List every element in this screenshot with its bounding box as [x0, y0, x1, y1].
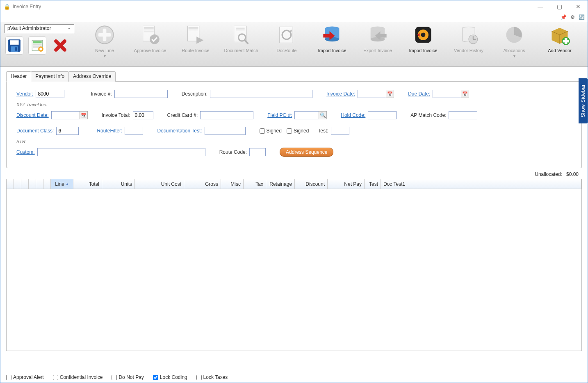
grid-col-test[interactable]: Test — [365, 179, 381, 189]
template-button[interactable] — [28, 36, 46, 55]
route-invoice-button[interactable]: Route Invoice — [175, 24, 216, 58]
lock-taxes-checkbox[interactable]: Lock Taxes — [196, 374, 228, 380]
discount-date-label[interactable]: Discount Date: — [16, 112, 49, 118]
credit-card-input[interactable] — [200, 111, 253, 119]
ribbon-label: Route Invoice — [182, 48, 209, 53]
test-input[interactable] — [331, 127, 349, 135]
field-po-label[interactable]: Field PO #: — [267, 112, 292, 118]
address-sequence-button[interactable]: Address Sequence — [280, 148, 333, 157]
import-invoice-button-2[interactable]: Import Invoice — [403, 24, 444, 58]
description-input[interactable] — [210, 90, 312, 98]
svg-rect-23 — [236, 30, 245, 30]
close-button[interactable]: ✕ — [569, 0, 588, 13]
due-date-label[interactable]: Due Date: — [408, 91, 430, 97]
field-po-input[interactable] — [294, 111, 319, 119]
custom-label[interactable]: Custom: — [16, 149, 35, 155]
vendor-input[interactable] — [36, 90, 64, 98]
grid-col-gross[interactable]: Gross — [184, 179, 221, 189]
lines-grid[interactable]: Line▲ Total Units Unit Cost Gross Misc T… — [6, 179, 582, 351]
confidential-checkbox[interactable]: Confidential Invoice — [53, 374, 103, 380]
grid-col-units[interactable]: Units — [102, 179, 135, 189]
grid-col-misc[interactable]: Misc — [221, 179, 244, 189]
tab-header[interactable]: Header — [6, 71, 31, 82]
grid-col-handle[interactable] — [14, 179, 21, 189]
invoice-date-input[interactable] — [358, 90, 386, 98]
ribbon-label: Export Invoice — [363, 48, 392, 53]
document-match-button[interactable]: Document Match — [221, 24, 262, 58]
grid-col-unit-cost[interactable]: Unit Cost — [135, 179, 184, 189]
grid-col-discount[interactable]: Discount — [295, 179, 328, 189]
plus-icon — [94, 24, 115, 46]
calendar-icon[interactable]: 📅 — [461, 90, 469, 98]
pin-icon[interactable]: 📌 — [560, 14, 567, 21]
show-sidebar-tab[interactable]: Show Sidebar — [579, 78, 588, 123]
export-icon — [367, 24, 388, 46]
grid-col-handle[interactable] — [36, 179, 43, 189]
docroute-button[interactable]: DocRoute — [266, 24, 307, 58]
chevron-down-icon: ▾ — [513, 54, 515, 58]
invoice-total-input[interactable] — [133, 111, 153, 119]
signed-checkbox-2[interactable]: Signed — [287, 128, 309, 134]
tab-address-override[interactable]: Address Override — [68, 71, 116, 82]
invoice-date-label[interactable]: Invoice Date: — [326, 91, 355, 97]
grid-col-handle[interactable] — [21, 179, 29, 189]
grid-col-doc-test1[interactable]: Doc Test1 — [381, 179, 581, 189]
due-date-input[interactable] — [433, 90, 461, 98]
lookup-icon[interactable]: 🔍 — [319, 111, 327, 119]
maximize-button[interactable]: ▢ — [550, 0, 569, 13]
export-invoice-button[interactable]: Export Invoice — [357, 24, 398, 58]
grid-col-tax[interactable]: Tax — [244, 179, 266, 189]
route-code-input[interactable] — [249, 148, 266, 156]
doc-class-input[interactable] — [56, 127, 79, 135]
save-button[interactable] — [5, 36, 23, 55]
grid-col-handle[interactable] — [43, 179, 51, 189]
doc-test-label[interactable]: Documentation Test: — [157, 128, 202, 134]
invoice-num-label: Invoice #: — [91, 91, 112, 97]
import-invoice-button[interactable]: Import Invoice — [312, 24, 353, 58]
approve-invoice-button[interactable]: Approve Invoice — [130, 24, 171, 58]
tab-payment-info[interactable]: Payment Info — [31, 71, 69, 82]
grid-header: Line▲ Total Units Unit Cost Gross Misc T… — [7, 179, 581, 189]
calendar-icon[interactable]: 📅 — [80, 111, 88, 119]
grid-col-net-pay[interactable]: Net Pay — [328, 179, 365, 189]
ap-match-input[interactable] — [449, 111, 477, 119]
discount-date-input[interactable] — [51, 111, 80, 119]
do-not-pay-checkbox[interactable]: Do Not Pay — [112, 374, 144, 380]
vendor-history-button[interactable]: Vendor History — [448, 24, 489, 58]
grid-col-line[interactable]: Line▲ — [51, 179, 73, 189]
routefilter-input[interactable] — [125, 127, 143, 135]
lock-coding-checkbox[interactable]: Lock Coding — [153, 374, 187, 380]
minimize-button[interactable]: — — [531, 0, 550, 13]
invoice-num-input[interactable] — [114, 90, 168, 98]
ribbon-label: Approve Invoice — [134, 48, 166, 53]
add-vendor-button[interactable]: Add Vendor — [539, 24, 580, 58]
user-selector[interactable]: pVault Administrator — [5, 24, 74, 33]
doc-test-input[interactable] — [205, 127, 246, 135]
routefilter-label[interactable]: RouteFilter: — [97, 128, 122, 134]
refresh-icon[interactable]: 🔄 — [578, 14, 585, 21]
hold-code-label[interactable]: Hold Code: — [341, 112, 365, 118]
footer-bar: Approval Alert Confidential Invoice Do N… — [6, 372, 582, 380]
grid-col-handle[interactable] — [29, 179, 36, 189]
ribbon-label: DocRoute — [277, 48, 297, 53]
vendor-label[interactable]: Vendor: — [16, 91, 33, 97]
calendar-icon[interactable]: 📅 — [386, 90, 394, 98]
hold-code-input[interactable] — [368, 111, 397, 119]
grid-col-handle[interactable] — [7, 179, 14, 189]
grid-col-retainage[interactable]: Retainage — [266, 179, 295, 189]
pie-icon — [504, 24, 525, 46]
delete-button[interactable] — [51, 36, 69, 55]
svg-rect-12 — [98, 33, 111, 37]
svg-rect-5 — [33, 41, 41, 43]
new-line-button[interactable]: New Line ▾ — [84, 24, 125, 58]
unallocated-value: $0.00 — [566, 171, 579, 177]
invoice-total-label: Invoice Total: — [102, 112, 130, 118]
doc-class-label[interactable]: Document Class: — [16, 128, 54, 134]
signed-checkbox-1[interactable]: Signed — [260, 128, 282, 134]
gear-icon[interactable]: ⚙ — [569, 14, 576, 21]
allocations-button[interactable]: Allocations ▾ — [494, 24, 535, 58]
custom-input[interactable] — [37, 148, 205, 156]
approval-alert-checkbox[interactable]: Approval Alert — [6, 374, 44, 380]
svg-rect-42 — [563, 40, 569, 43]
grid-col-total[interactable]: Total — [73, 179, 102, 189]
